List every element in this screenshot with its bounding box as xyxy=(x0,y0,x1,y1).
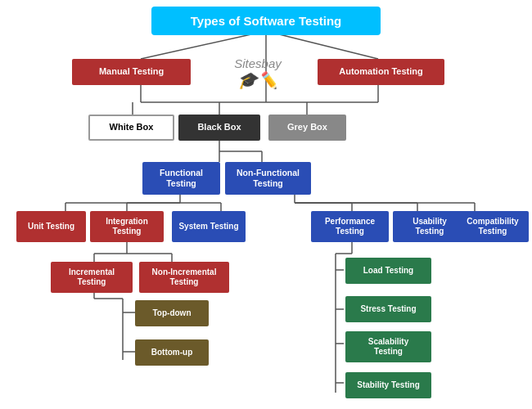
stress-testing-node: Stress Testing xyxy=(345,296,431,322)
greybox-node: Grey Box xyxy=(268,115,346,141)
unit-testing-node: Unit Testing xyxy=(16,211,86,242)
whitebox-node: White Box xyxy=(88,115,174,141)
nonincremental-testing-node: Non-Incremental Testing xyxy=(139,262,229,293)
integration-testing-node: Integration Testing xyxy=(90,211,164,242)
load-testing-node: Load Testing xyxy=(345,258,431,284)
sitesbay-label: Sitesbay xyxy=(234,56,282,70)
graduation-icon: 🎓✏️ xyxy=(237,70,278,90)
blackbox-node: Black Box xyxy=(178,115,260,141)
automation-testing-node: Automation Testing xyxy=(318,59,444,85)
svg-line-1 xyxy=(266,31,378,59)
performance-testing-node: Performance Testing xyxy=(311,211,389,242)
incremental-testing-node: Incremental Testing xyxy=(51,262,133,293)
compatibility-testing-node: Compatibility Testing xyxy=(457,211,529,242)
svg-line-0 xyxy=(141,31,266,59)
diagram: Types of Software Testing Manual Testing… xyxy=(0,0,532,409)
sitesbay-watermark: Sitesbay 🎓✏️ xyxy=(209,56,307,90)
scalability-testing-node: Scalability Testing xyxy=(345,331,431,362)
root-node: Types of Software Testing xyxy=(151,7,381,35)
nonfunctional-testing-node: Non-Functional Testing xyxy=(225,162,311,195)
bottomup-node: Bottom-up xyxy=(135,339,209,366)
system-testing-node: System Testing xyxy=(172,211,246,242)
manual-testing-node: Manual Testing xyxy=(72,59,191,85)
usability-testing-node: Usability Testing xyxy=(393,211,467,242)
topdown-node: Top-down xyxy=(135,300,209,326)
functional-testing-node: Functional Testing xyxy=(142,162,220,195)
stability-testing-node: Stability Testing xyxy=(345,372,431,398)
